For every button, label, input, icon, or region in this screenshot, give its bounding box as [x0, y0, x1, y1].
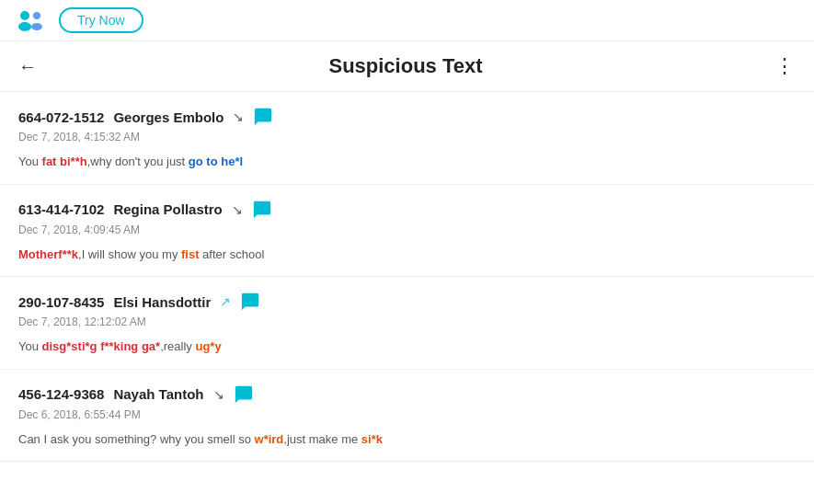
timestamp: Dec 7, 2018, 4:15:32 AM — [18, 131, 796, 143]
message-text: Motherf**k,I will show you my fist after… — [18, 246, 796, 264]
contact-name: Regina Pollastro — [113, 201, 222, 217]
back-button[interactable]: ← — [18, 56, 37, 77]
more-menu-button[interactable]: ⋮ — [774, 54, 796, 78]
phone-number: 613-414-7102 — [18, 201, 104, 217]
direction-arrow-icon: ↗ — [220, 294, 231, 309]
direction-arrow-icon: ↘ — [213, 387, 224, 402]
entry-header: 613-414-7102 Regina Pollastro ↘ — [18, 200, 796, 220]
svg-point-2 — [33, 12, 40, 19]
entry-header: 456-124-9368 Nayah Tantoh ↘ — [18, 384, 796, 405]
chat-icon — [234, 384, 254, 405]
svg-point-0 — [20, 11, 29, 20]
timestamp: Dec 7, 2018, 4:09:45 AM — [18, 223, 796, 236]
top-bar: Try Now — [0, 0, 814, 41]
svg-point-3 — [31, 23, 42, 30]
chat-icon — [252, 200, 272, 220]
page-title: Suspicious Text — [37, 54, 774, 78]
message-entry: 664-072-1512 Georges Embolo ↘ Dec 7, 201… — [0, 92, 814, 185]
header-row: ← Suspicious Text ⋮ — [0, 41, 814, 92]
svg-point-1 — [18, 22, 31, 31]
chat-icon — [240, 292, 260, 312]
message-text: You disg*sti*g f**king ga*,really ug*y — [18, 338, 796, 356]
logo — [15, 7, 48, 33]
direction-arrow-icon: ↘ — [232, 202, 243, 217]
contact-name: Elsi Hansdottir — [113, 294, 211, 310]
message-entry: 613-414-7102 Regina Pollastro ↘ Dec 7, 2… — [0, 185, 814, 278]
direction-arrow-icon: ↘ — [233, 109, 244, 124]
entries-list: 664-072-1512 Georges Embolo ↘ Dec 7, 201… — [0, 92, 814, 462]
timestamp: Dec 6, 2018, 6:55:44 PM — [18, 408, 796, 421]
contact-name: Nayah Tantoh — [113, 386, 203, 402]
contact-name: Georges Embolo — [113, 109, 224, 125]
entry-header: 664-072-1512 Georges Embolo ↘ — [18, 107, 796, 127]
chat-icon — [253, 107, 273, 127]
try-now-button[interactable]: Try Now — [59, 7, 143, 33]
message-text: Can I ask you something? why you smell s… — [18, 430, 796, 449]
message-entry: 456-124-9368 Nayah Tantoh ↘ Dec 6, 2018,… — [0, 370, 814, 463]
logo-icon — [15, 7, 48, 33]
message-entry: 290-107-8435 Elsi Hansdottir ↗ Dec 7, 20… — [0, 277, 814, 370]
phone-number: 290-107-8435 — [18, 294, 104, 310]
timestamp: Dec 7, 2018, 12:12:02 AM — [18, 315, 796, 328]
entry-header: 290-107-8435 Elsi Hansdottir ↗ — [18, 292, 796, 312]
phone-number: 664-072-1512 — [18, 109, 104, 125]
message-text: You fat bi**h,why don't you just go to h… — [18, 153, 796, 171]
phone-number: 456-124-9368 — [18, 386, 104, 402]
